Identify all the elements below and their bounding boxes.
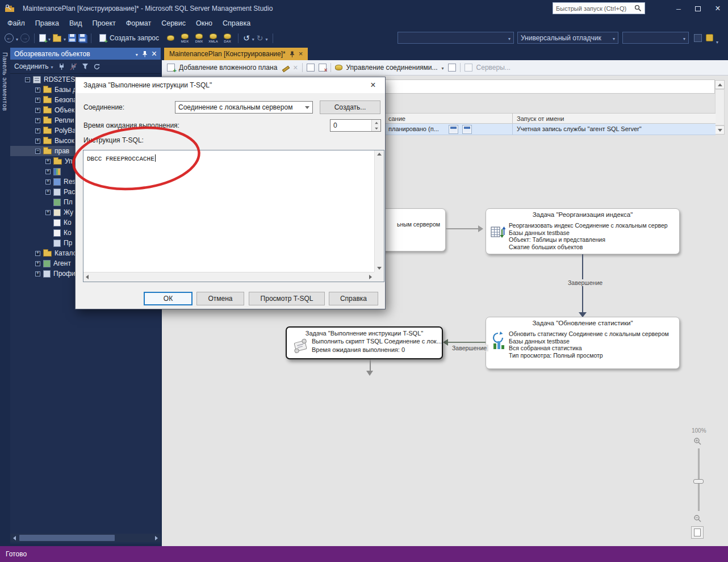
schedule-calendar-button[interactable] [449, 125, 458, 134]
zoom-fit-button[interactable] [691, 526, 704, 539]
close-window-button[interactable] [708, 0, 728, 17]
ok-button[interactable]: ОК [144, 292, 193, 305]
menu-edit[interactable]: Правка [30, 17, 64, 30]
cancel-button[interactable]: Отмена [196, 292, 244, 305]
spin-up-icon[interactable] [372, 120, 380, 125]
refresh-icon[interactable] [93, 63, 101, 70]
report-icon[interactable] [448, 64, 456, 72]
menu-help[interactable]: Справка [217, 17, 256, 30]
undo-caret-icon[interactable] [252, 33, 254, 43]
minimize-button[interactable] [669, 0, 688, 17]
expand-icon[interactable] [35, 108, 40, 113]
scrollbar-thumb[interactable] [19, 535, 115, 541]
panel-close-icon[interactable] [152, 49, 157, 58]
database-query-icon[interactable] [165, 35, 177, 41]
toolbar-overflow-caret-icon[interactable] [716, 36, 718, 46]
expand-icon[interactable] [35, 271, 40, 276]
pin-icon[interactable] [290, 51, 295, 57]
timeout-input[interactable]: 0 [330, 119, 381, 132]
dialog-close-button[interactable] [365, 77, 382, 93]
maximize-button[interactable] [688, 0, 708, 17]
connection-select[interactable]: Соединение с локальным сервером [175, 101, 313, 114]
pin-icon[interactable] [142, 51, 148, 57]
zoom-slider-thumb[interactable] [693, 479, 704, 484]
scroll-up-icon[interactable] [377, 153, 382, 156]
textarea-horizontal-scrollbar[interactable] [83, 272, 374, 282]
quick-launch-input[interactable]: Быстрый запуск (Ctrl+Q) [553, 2, 645, 14]
expand-icon[interactable] [35, 128, 40, 133]
precedence-arrow-line[interactable] [448, 342, 486, 343]
filter-icon[interactable] [82, 63, 89, 70]
redo-caret-icon[interactable] [266, 33, 268, 43]
toolbar-combobox-1[interactable] [398, 32, 514, 44]
nav-forward-icon[interactable] [20, 33, 30, 43]
wrench-icon[interactable] [706, 34, 713, 41]
save-icon[interactable] [68, 34, 76, 42]
menu-project[interactable]: Проект [87, 17, 121, 30]
plug-icon[interactable] [58, 63, 65, 70]
help-button[interactable]: Справка [329, 292, 378, 305]
connect-button[interactable]: Соединить [14, 62, 53, 70]
grid-scroll-down-button[interactable] [715, 125, 725, 135]
undo-icon[interactable] [243, 33, 250, 43]
view-tsql-button[interactable]: Просмотр T-SQL [249, 292, 325, 305]
task-update-statistics[interactable]: Задача "Обновление статистики" Обновить … [486, 317, 680, 369]
grid-scroll-up-button[interactable] [715, 80, 725, 89]
grid-header-schedule[interactable]: сание [388, 115, 405, 122]
new-item-caret-icon[interactable] [48, 33, 51, 43]
expand-icon[interactable] [45, 159, 51, 164]
chevron-down-icon[interactable] [442, 64, 444, 72]
manage-connections-button[interactable]: Управление соединениями... [346, 64, 438, 72]
scroll-left-icon[interactable] [86, 275, 89, 279]
dangling-arrow-line[interactable] [370, 359, 371, 371]
scroll-left-icon[interactable] [11, 534, 18, 542]
grid-scrollbar-track[interactable] [715, 89, 725, 125]
add-subplan-button[interactable]: Добавление вложенного плана [179, 64, 277, 72]
expand-icon[interactable] [35, 98, 40, 103]
new-query-button[interactable]: Создать запрос [96, 34, 162, 42]
column-divider[interactable] [512, 114, 513, 123]
dmx-query-button[interactable]: DMX [193, 33, 205, 43]
zoom-in-icon[interactable] [693, 437, 702, 446]
menu-file[interactable]: Файл [2, 17, 30, 30]
expand-icon[interactable] [35, 139, 40, 144]
servers-button[interactable]: Серверы... [476, 64, 511, 72]
grid-icon[interactable] [307, 64, 315, 72]
textarea-vertical-scrollbar[interactable] [374, 150, 384, 272]
collapse-icon[interactable] [25, 77, 30, 82]
redo-icon[interactable] [257, 33, 263, 43]
schedule-edit-button[interactable] [462, 125, 472, 134]
tsql-statement-textarea[interactable]: DBCC FREEPROCCACHE [83, 150, 384, 282]
object-explorer-header[interactable]: Обозреватель объектов [10, 48, 161, 60]
spin-down-icon[interactable] [372, 125, 380, 131]
object-explorer-hscrollbar[interactable] [10, 534, 161, 542]
expand-icon[interactable] [45, 190, 51, 195]
zoom-out-icon[interactable] [693, 514, 702, 523]
tab-close-icon[interactable] [299, 50, 303, 58]
mdx-query-button[interactable]: MDX [179, 33, 191, 43]
scroll-down-icon[interactable] [377, 267, 382, 270]
dialog-titlebar[interactable]: Задача "Выполнение инструкции T-SQL" [76, 77, 385, 93]
dax-query-button[interactable]: DAX [221, 33, 233, 43]
toolbar-combobox-2[interactable] [622, 32, 689, 44]
toolbox-panel-tab[interactable]: Панель элементов [0, 48, 10, 546]
panel-menu-caret-icon[interactable] [136, 50, 138, 58]
spinner-buttons[interactable] [371, 120, 380, 131]
task-reorganize-index[interactable]: Задача "Реорганизация индекса" Реорганиз… [486, 208, 680, 254]
expand-icon[interactable] [45, 210, 51, 215]
task-execute-tsql[interactable]: Задача "Выполнение инструкции T-SQL" Вып… [286, 326, 443, 359]
menu-format[interactable]: Формат [121, 17, 156, 30]
unplug-icon[interactable] [70, 63, 77, 70]
new-project-icon[interactable] [39, 34, 46, 42]
xmla-query-button[interactable]: XMLA [207, 33, 219, 43]
expand-icon[interactable] [45, 179, 51, 184]
nav-back-caret-icon[interactable] [16, 33, 18, 43]
document-tab[interactable]: MaintenancePlan [Конструирование]* [164, 48, 308, 60]
expand-icon[interactable] [35, 251, 40, 256]
debugger-combobox[interactable]: Универсальный отладчик [517, 32, 618, 44]
menu-window[interactable]: Окно [191, 17, 217, 30]
menu-tools[interactable]: Сервис [156, 17, 191, 30]
expand-icon[interactable] [35, 118, 40, 123]
grid-header-run-as[interactable]: Запуск от имени [517, 115, 564, 122]
new-connection-button[interactable]: Создать... [320, 100, 380, 114]
